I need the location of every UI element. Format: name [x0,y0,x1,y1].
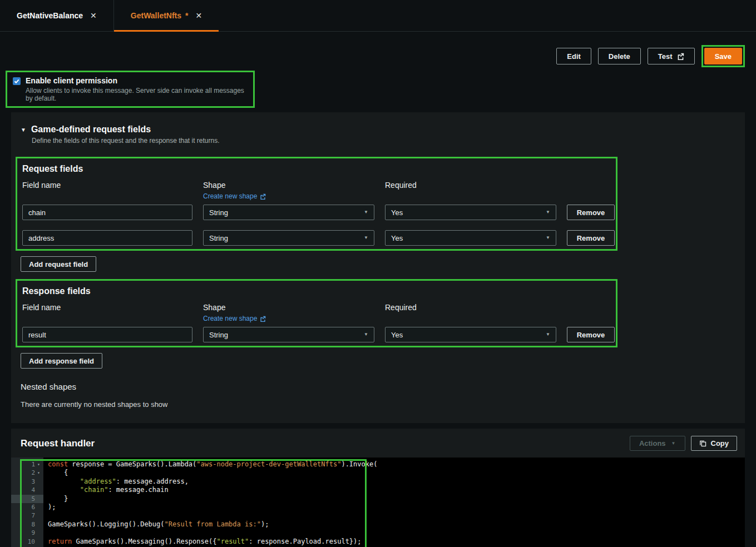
gutter-line-number[interactable]: 8 [11,520,43,529]
required-select[interactable]: Yes ▼ [385,205,556,220]
shape-select[interactable]: String ▼ [203,327,374,342]
shape-select[interactable]: String ▼ [203,230,374,246]
gutter-line-number[interactable]: 3 [11,478,43,486]
remove-field-button[interactable]: Remove [567,230,615,246]
section-title: Game-defined request fields [31,125,151,135]
edit-button[interactable]: Edit [556,48,591,64]
column-header-shape: Shape [203,181,374,190]
tab-getnativebalance[interactable]: GetNativeBalance ✕ [0,0,113,31]
save-button[interactable]: Save [704,48,742,64]
test-button-label: Test [658,52,673,61]
required-select[interactable]: Yes ▼ [385,327,556,342]
gutter-line-number[interactable]: 1▾ [11,460,43,469]
gutter-line-number[interactable]: 9 [11,529,43,537]
chevron-down-icon: ▼ [546,332,550,337]
gutter-line-number[interactable]: 5 [11,495,43,503]
column-header-required: Required [385,181,556,190]
field-name-input[interactable] [22,205,192,220]
request-fields-panel: Request fields Field name Shape Create n… [16,157,617,251]
column-header-field-name: Field name [22,303,192,312]
chevron-down-icon: ▼ [364,332,368,337]
gutter-line-number[interactable]: 10 [11,538,43,546]
code-line[interactable] [48,511,745,520]
code-line[interactable]: "chain": message.chain [48,486,745,494]
column-header-shape: Shape [203,303,374,312]
fold-arrow-icon[interactable]: ▾ [35,460,42,469]
remove-field-button[interactable]: Remove [567,327,615,342]
code-line[interactable]: ); [48,503,745,511]
copy-label: Copy [711,439,729,447]
request-handler-title: Request handler [21,438,95,449]
request-handler-actions: Actions ▼ Copy [630,436,737,451]
code-line[interactable]: "address": message.address, [48,478,745,486]
create-new-shape-link[interactable]: Create new shape [203,315,266,322]
column-header-required: Required [385,303,556,312]
chevron-down-icon: ▼ [364,210,368,215]
gutter-line-number[interactable]: 7 [11,511,43,520]
create-new-shape-label: Create new shape [203,192,257,200]
copy-button[interactable]: Copy [691,436,738,451]
nested-shapes-section: Nested shapes There are currently no nes… [21,382,745,409]
tab-getwalletnfts[interactable]: GetWalletNfts * ✕ [113,0,219,31]
gutter-line-number[interactable]: 2▾ [11,469,43,477]
annotation-highlight-save: Save [701,45,745,67]
close-icon[interactable]: ✕ [90,12,97,19]
add-response-field-button[interactable]: Add response field [21,353,102,369]
tab-label: GetNativeBalance [17,11,83,20]
required-select[interactable]: Yes ▼ [385,230,556,246]
field-name-input[interactable] [22,230,192,246]
code-line[interactable]: { [48,469,745,477]
check-icon [14,78,19,84]
column-header-shape-group: Shape Create new shape [203,296,374,322]
code-line[interactable] [48,529,745,537]
external-link-icon [260,316,266,322]
unsaved-indicator: * [185,11,188,20]
field-name-input[interactable] [22,327,192,342]
client-permission-description: Allow clients to invoke this message. Se… [26,87,248,102]
shape-select-value: String [209,234,228,242]
actions-label: Actions [639,439,666,447]
code-editor[interactable]: 1▾2▾345678910 const response = GameSpark… [11,458,745,547]
request-fields-title: Request fields [22,164,612,174]
response-fields-header-row: Field name Shape Create new shape Requir… [22,296,612,322]
column-header-field-name: Field name [22,181,192,190]
delete-button[interactable]: Delete [598,48,641,64]
section-subtitle: Define the fields of this request and th… [32,137,745,145]
message-toolbar: Edit Delete Test Save [0,32,756,67]
gutter-line-number[interactable]: 6 [11,503,43,511]
test-button[interactable]: Test [648,48,695,64]
request-handler-card: Request handler Actions ▼ Copy 1▾2▾34567… [11,429,745,547]
client-permission-text: Enable client permission Allow clients t… [26,76,248,102]
remove-field-button[interactable]: Remove [567,205,615,220]
code-line[interactable]: GameSparks().Logging().Debug("Result fro… [48,520,745,529]
request-handler-header: Request handler Actions ▼ Copy [11,429,745,458]
create-new-shape-label: Create new shape [203,315,257,322]
chevron-down-icon: ▼ [546,210,550,215]
gutter-line-number[interactable]: 4 [11,486,43,494]
code-line[interactable]: return GameSparks().Messaging().Response… [48,538,745,546]
close-icon[interactable]: ✕ [196,12,202,19]
external-link-icon [677,53,684,60]
shape-select-value: String [209,331,228,339]
add-request-field-button[interactable]: Add request field [21,256,96,272]
shape-select-value: String [209,208,228,217]
client-permission-label: Enable client permission [26,76,248,85]
editor-tab-bar: GetNativeBalance ✕ GetWalletNfts * ✕ [0,0,756,32]
actions-dropdown-button[interactable]: Actions ▼ [630,436,685,451]
chevron-down-icon: ▼ [546,236,550,240]
fold-arrow-icon[interactable]: ▾ [35,469,42,477]
create-new-shape-link[interactable]: Create new shape [203,192,266,200]
code-line[interactable]: const response = GameSparks().Lambda("aw… [48,460,745,469]
shape-select[interactable]: String ▼ [203,205,374,220]
chevron-down-icon: ▼ [671,441,676,446]
game-defined-request-fields-card: ▼ Game-defined request fields Define the… [11,112,745,423]
code-line[interactable]: } [48,495,745,503]
enable-client-permission-checkbox[interactable] [13,77,21,85]
code-gutter: 1▾2▾345678910 [11,458,43,547]
response-fields-rows: String ▼ Yes ▼ Remove [22,327,612,342]
code-lines[interactable]: const response = GameSparks().Lambda("aw… [43,458,745,547]
response-fields-title: Response fields [22,286,612,296]
required-select-value: Yes [391,331,403,339]
external-link-icon [260,193,266,200]
section-expander[interactable]: ▼ Game-defined request fields [11,125,745,135]
